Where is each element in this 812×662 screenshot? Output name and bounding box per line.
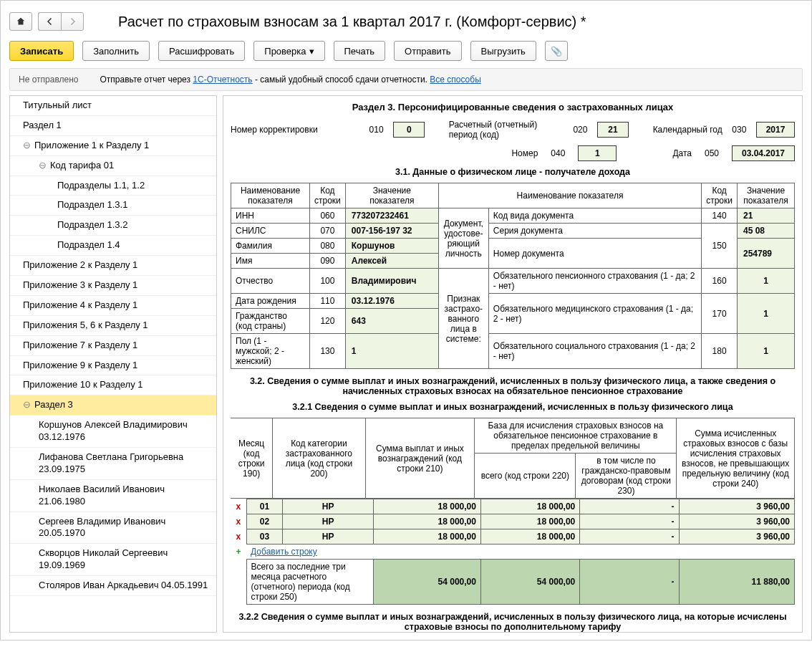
ops-value[interactable]: 1 — [738, 269, 795, 294]
date-code: 050 — [705, 148, 719, 158]
tree-item[interactable]: Лифанова Светлана Григорьевна 23.09.1975 — [10, 448, 216, 480]
delete-row-button[interactable]: x — [231, 514, 246, 529]
add-row-link[interactable]: Добавить строку — [251, 547, 317, 557]
num-input[interactable]: 1 — [578, 145, 617, 161]
inn-value[interactable]: 773207232461 — [345, 208, 438, 224]
table-row: x02НР18 000,0018 000,00-3 960,00 — [231, 514, 795, 529]
delete-row-button[interactable]: x — [231, 529, 246, 545]
print-button[interactable]: Печать — [334, 41, 386, 61]
tree-item[interactable]: ⊖Раздел 3 — [10, 395, 216, 416]
tree-item[interactable]: Николаев Василий Иванович 21.06.1980 — [10, 480, 216, 512]
tree-item[interactable]: Скворцов Николай Сергеевич 19.09.1969 — [10, 544, 216, 576]
decode-button[interactable]: Расшифровать — [158, 41, 245, 61]
tree-item[interactable]: Приложение 3 к Разделу 1 — [10, 276, 216, 296]
tree-item[interactable]: ⊖Код тарифа 01 — [10, 156, 216, 176]
tree-item[interactable]: Подраздел 1.4 — [10, 236, 216, 256]
tree-item[interactable]: Приложение 9 к Разделу 1 — [10, 356, 216, 376]
year-code: 030 — [732, 125, 746, 135]
doc-num-value[interactable]: 254789 — [738, 239, 795, 269]
corr-code: 010 — [369, 125, 384, 135]
table-321: Месяц (код строки 190) Код категории зас… — [231, 418, 795, 499]
table-31: Наименование показателя Код строки Значе… — [231, 183, 795, 369]
1c-link[interactable]: 1С-Отчетность — [193, 75, 252, 85]
report-form: Раздел 3. Персонифицированные сведения о… — [223, 95, 803, 633]
tree-item[interactable]: Подраздел 1.3.1 — [10, 196, 216, 216]
tree-item[interactable]: Приложения 5, 6 к Разделу 1 — [10, 316, 216, 336]
tree-item[interactable]: Приложение 4 к Разделу 1 — [10, 296, 216, 316]
table-row: x01НР18 000,0018 000,00-3 960,00 — [231, 499, 795, 514]
otch-value[interactable]: Владимирович — [345, 269, 438, 294]
period-label: Расчетный (отчетный) период (код) — [449, 120, 564, 140]
fam-value[interactable]: Коршунов — [345, 239, 438, 254]
delete-row-button[interactable]: x — [231, 499, 246, 514]
table-row: x03НР18 000,0018 000,00-3 960,00 — [231, 529, 795, 545]
tree-item[interactable]: Подразделы 1.1, 1.2 — [10, 176, 216, 196]
date-label: Дата — [672, 148, 692, 158]
back-button[interactable] — [38, 12, 61, 31]
year-label: Календарный год — [653, 125, 722, 135]
period-code: 020 — [573, 125, 587, 135]
num-label: Номер — [511, 148, 538, 158]
doc-code-value[interactable]: 21 — [738, 208, 795, 224]
sections-tree[interactable]: Титульный листРаздел 1⊖Приложение 1 к Ра… — [9, 95, 217, 633]
corr-label: Номер корректировки — [231, 125, 318, 135]
tree-item[interactable]: Сергеев Владимир Иванович 20.05.1970 — [10, 512, 216, 545]
period-input[interactable]: 21 — [597, 122, 629, 138]
forward-button[interactable] — [61, 12, 84, 31]
tree-item[interactable]: Раздел 1 — [10, 116, 216, 136]
cit-value[interactable]: 643 — [345, 309, 438, 334]
tree-item[interactable]: Приложение 7 к Разделу 1 — [10, 336, 216, 356]
tree-item[interactable]: Коршунов Алексей Владимирович 03.12.1976 — [10, 416, 216, 448]
snils-value[interactable]: 007-156-197 32 — [345, 224, 438, 239]
write-button[interactable]: Записать — [9, 41, 74, 61]
tree-item[interactable]: ⊖Приложение 1 к Разделу 1 — [10, 136, 216, 156]
tree-item[interactable]: Титульный лист — [10, 96, 216, 116]
page-title: Расчет по страховым взносам за 1 квартал… — [118, 14, 586, 30]
sex-value[interactable]: 1 — [345, 334, 438, 369]
doc-ser-value[interactable]: 45 08 — [738, 224, 795, 239]
s31-title: 3.1. Данные о физическом лице - получате… — [231, 167, 795, 177]
corr-input[interactable]: 0 — [393, 122, 425, 138]
oss-value[interactable]: 1 — [738, 334, 795, 369]
paperclip-icon: 📎 — [551, 46, 562, 57]
status-state: Не отправлено — [19, 75, 79, 85]
oms-value[interactable]: 1 — [738, 294, 795, 334]
s32-title: 3.2. Сведения о сумме выплат и иных возн… — [231, 376, 795, 396]
year-input[interactable]: 2017 — [756, 122, 795, 138]
fill-button[interactable]: Заполнить — [82, 41, 150, 61]
all-methods-link[interactable]: Все способы — [430, 75, 481, 85]
name-value[interactable]: Алексей — [345, 254, 438, 269]
tree-item[interactable]: Столяров Иван Аркадьевич 04.05.1991 — [10, 576, 216, 596]
s321-title: 3.2.1 Сведения о сумме выплат и иных воз… — [231, 402, 795, 412]
tree-item[interactable]: Подраздел 1.3.2 — [10, 216, 216, 236]
date-input[interactable]: 03.04.2017 — [732, 145, 795, 161]
tree-item[interactable]: Приложение 10 к Разделу 1 — [10, 375, 216, 395]
dob-value[interactable]: 03.12.1976 — [345, 294, 438, 309]
export-button[interactable]: Выгрузить — [470, 41, 536, 61]
section3-title: Раздел 3. Персонифицированные сведения о… — [231, 99, 795, 120]
attach-button[interactable]: 📎 — [545, 41, 568, 61]
check-button[interactable]: Проверка▾ — [253, 41, 324, 61]
add-row-icon[interactable]: + — [231, 545, 246, 560]
chevron-down-icon: ▾ — [309, 46, 314, 57]
send-button[interactable]: Отправить — [394, 41, 461, 61]
tree-item[interactable]: Приложение 2 к Разделу 1 — [10, 256, 216, 276]
status-hint: Отправьте отчет через 1С-Отчетность - са… — [100, 75, 481, 85]
num-code: 040 — [551, 148, 565, 158]
s322-title: 3.2.2 Сведения о сумме выплат и иных воз… — [231, 612, 795, 632]
home-button[interactable] — [9, 12, 32, 31]
